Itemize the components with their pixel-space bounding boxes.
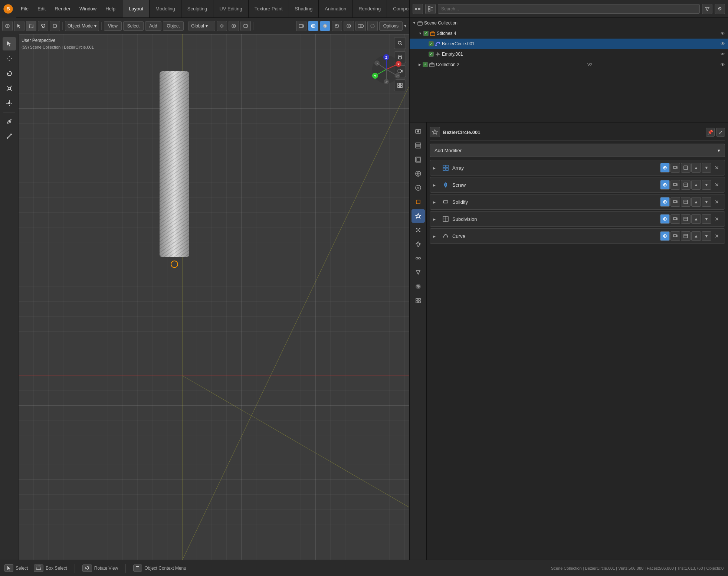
mode-selector[interactable]: Object Mode ▾ — [65, 21, 99, 31]
view-menu-btn[interactable]: View — [104, 21, 122, 31]
tab-layout[interactable]: Layout — [123, 0, 150, 17]
props-data-icon[interactable] — [411, 266, 425, 279]
tab-animation[interactable]: Animation — [319, 0, 352, 17]
viewport-search-btn[interactable] — [394, 37, 406, 49]
outliner-filter-btn[interactable] — [702, 4, 712, 14]
tab-uv-editing[interactable]: UV Editing — [213, 0, 248, 17]
xray-btn[interactable] — [367, 21, 378, 31]
modifier-subdivision-expand[interactable] — [433, 216, 439, 222]
modifier-curve-expand[interactable] — [433, 233, 439, 239]
snap-btn[interactable] — [217, 21, 227, 31]
outliner-collection2[interactable]: ▶ ✓ Collection 2 V2 👁 — [410, 59, 728, 70]
outliner-empty001[interactable]: ▶ ✓ Empty.001 👁 — [410, 49, 728, 59]
mod-subdivision-delete[interactable]: ✕ — [712, 214, 722, 224]
viewport-shading-rendered[interactable] — [344, 21, 354, 31]
add-menu-btn[interactable]: Add — [145, 21, 161, 31]
outliner-scene-collection[interactable]: ▼ Scene Collection — [410, 18, 728, 28]
mod-subdivision-move-down[interactable]: ▼ — [702, 214, 711, 224]
props-world-icon[interactable] — [411, 181, 425, 194]
mod-screw-move-down[interactable]: ▼ — [702, 180, 711, 190]
props-shaderfx-icon[interactable] — [411, 294, 425, 307]
mod-screw-delete[interactable]: ✕ — [712, 180, 722, 190]
options-btn[interactable]: Options — [379, 21, 403, 31]
tool-annotate[interactable] — [3, 115, 16, 128]
props-render-icon[interactable] — [411, 125, 425, 138]
mod-array-move-up[interactable]: ▲ — [691, 163, 701, 173]
tool-select[interactable] — [3, 37, 16, 50]
modifier-array-expand[interactable] — [433, 165, 439, 170]
object-menu-btn[interactable]: Object — [163, 21, 184, 31]
props-output-icon[interactable] — [411, 139, 425, 152]
props-viewlayer-icon[interactable] — [411, 153, 425, 166]
mod-subdivision-render[interactable] — [670, 214, 680, 224]
circle-select-btn[interactable] — [50, 21, 60, 31]
mod-solidify-realtime[interactable] — [660, 197, 670, 207]
mod-solidify-render[interactable] — [670, 197, 680, 207]
modifier-solidify-expand[interactable] — [433, 199, 439, 204]
viewport-shading-solid[interactable] — [320, 21, 330, 31]
eye-icon-bezier[interactable]: 👁 — [721, 41, 725, 46]
mod-curve-move-down[interactable]: ▼ — [702, 231, 711, 241]
tab-modeling[interactable]: Modeling — [150, 0, 181, 17]
props-material-icon[interactable] — [411, 280, 425, 293]
eye-icon-coll2[interactable]: 👁 — [721, 62, 725, 67]
tab-texture-paint[interactable]: Texture Paint — [249, 0, 289, 17]
mod-array-realtime[interactable] — [660, 163, 670, 173]
mod-solidify-edit[interactable] — [681, 197, 691, 207]
viewport-menu-icon[interactable] — [2, 21, 13, 31]
visibility-checkbox[interactable]: ✓ — [423, 31, 429, 36]
mod-solidify-move-down[interactable]: ▼ — [702, 197, 711, 207]
menu-window[interactable]: Window — [75, 0, 101, 17]
transform-extra-btn[interactable] — [240, 21, 251, 31]
global-selector[interactable]: Global ▾ — [188, 21, 215, 31]
eye-icon-empty[interactable]: 👁 — [721, 52, 725, 57]
props-scene-icon[interactable] — [411, 167, 425, 180]
outliner-stitches4[interactable]: ▼ ✓ Stitches 4 👁 — [410, 28, 728, 39]
menu-file[interactable]: File — [16, 0, 33, 17]
mod-curve-realtime[interactable] — [660, 231, 670, 241]
visibility-checkbox-coll2[interactable]: ✓ — [423, 62, 428, 67]
mod-array-render[interactable] — [670, 163, 680, 173]
tool-measure[interactable] — [3, 130, 16, 143]
add-modifier-btn[interactable]: Add Modifier ▾ — [430, 144, 725, 157]
mod-solidify-delete[interactable]: ✕ — [712, 197, 722, 207]
menu-help[interactable]: Help — [101, 0, 120, 17]
mod-subdivision-edit[interactable] — [681, 214, 691, 224]
mod-curve-render[interactable] — [670, 231, 680, 241]
viewport[interactable]: User Perspective (59) Scene Collection |… — [19, 34, 409, 560]
mod-screw-render[interactable] — [670, 180, 680, 190]
props-pin-btn[interactable]: 📌 — [706, 128, 715, 137]
props-object-icon[interactable] — [411, 195, 425, 209]
tool-move[interactable] — [3, 52, 16, 65]
tool-transform[interactable] — [3, 96, 16, 110]
props-constraints-icon[interactable] — [411, 252, 425, 265]
viewport-gizmo[interactable]: X Z Y -X -Z -Y — [370, 53, 403, 87]
mod-curve-move-up[interactable]: ▲ — [691, 231, 701, 241]
overlay-btn[interactable] — [355, 21, 366, 31]
menu-edit[interactable]: Edit — [33, 0, 50, 17]
outliner-settings-btn[interactable]: ⚙ — [715, 4, 725, 14]
outliner-menu-btn[interactable] — [413, 4, 423, 14]
mod-screw-move-up[interactable]: ▲ — [691, 180, 701, 190]
mod-subdivision-move-up[interactable]: ▲ — [691, 214, 701, 224]
visibility-checkbox-empty[interactable]: ✓ — [429, 52, 434, 57]
props-physics-icon[interactable] — [411, 238, 425, 251]
props-expand-btn[interactable]: ⤢ — [716, 128, 725, 137]
props-modifiers-icon[interactable] — [411, 209, 425, 223]
mod-curve-delete[interactable]: ✕ — [712, 231, 722, 241]
tab-rendering[interactable]: Rendering — [352, 0, 387, 17]
tool-rotate[interactable] — [3, 67, 16, 80]
tab-sculpting[interactable]: Sculpting — [181, 0, 213, 17]
eye-icon-stitches[interactable]: 👁 — [721, 31, 725, 36]
lasso-btn[interactable] — [38, 21, 48, 31]
modifier-screw-expand[interactable] — [433, 182, 439, 187]
cursor-tool-btn[interactable] — [14, 21, 24, 31]
proportional-btn[interactable] — [229, 21, 239, 31]
mod-array-delete[interactable]: ✕ — [712, 163, 722, 173]
mod-array-edit[interactable] — [681, 163, 691, 173]
camera-view-btn[interactable] — [296, 21, 306, 31]
mod-solidify-move-up[interactable]: ▲ — [691, 197, 701, 207]
mod-curve-edit[interactable] — [681, 231, 691, 241]
mod-array-move-down[interactable]: ▼ — [702, 163, 711, 173]
mod-screw-realtime[interactable] — [660, 180, 670, 190]
